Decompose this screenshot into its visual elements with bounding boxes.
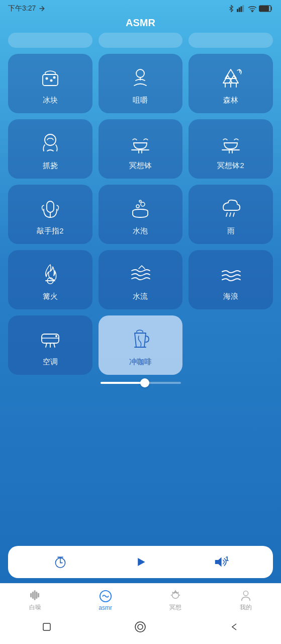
ice-label: 冰块 bbox=[43, 96, 58, 105]
nav-item-whitenoise[interactable]: 白噪 bbox=[0, 589, 70, 612]
partial-card-2 bbox=[99, 33, 183, 48]
status-icons bbox=[228, 5, 273, 13]
sound-card-bowl1[interactable]: 冥想钵 bbox=[99, 119, 183, 179]
grid-scroll[interactable]: 冰块 咀嚼 森林 抓挠 冥想钵 bbox=[0, 33, 281, 544]
svg-marker-15 bbox=[223, 75, 232, 83]
svg-rect-7 bbox=[259, 6, 268, 12]
svg-line-41 bbox=[46, 343, 47, 347]
svg-point-62 bbox=[243, 591, 248, 596]
sound-card-bowl2[interactable]: 冥想钵2 bbox=[189, 119, 273, 179]
whitenoise-icon bbox=[29, 589, 42, 602]
whitenoise-label: 白噪 bbox=[29, 603, 41, 612]
partial-card-1 bbox=[8, 33, 92, 48]
ac-label: 空调 bbox=[43, 357, 58, 367]
water-label: 水流 bbox=[133, 292, 148, 301]
ac-icon bbox=[37, 326, 64, 353]
nav-item-mine[interactable]: 我的 bbox=[211, 589, 281, 612]
scratch-label: 抓挠 bbox=[43, 161, 58, 171]
waves-icon bbox=[217, 261, 244, 288]
svg-rect-1 bbox=[237, 9, 238, 12]
sound-card-scratch[interactable]: 抓挠 bbox=[8, 119, 92, 179]
svg-rect-53 bbox=[34, 591, 35, 600]
partial-top-row bbox=[8, 33, 273, 48]
waves-label: 海浪 bbox=[223, 292, 238, 301]
chewing-icon bbox=[127, 64, 154, 92]
svg-line-35 bbox=[233, 213, 234, 216]
svg-point-12 bbox=[136, 69, 144, 77]
svg-line-34 bbox=[230, 213, 231, 216]
slider-track[interactable] bbox=[101, 382, 181, 384]
slider-fill bbox=[101, 382, 145, 384]
svg-point-30 bbox=[136, 205, 139, 208]
svg-marker-49 bbox=[138, 558, 145, 566]
partial-card-3 bbox=[189, 33, 273, 48]
svg-line-43 bbox=[54, 343, 55, 347]
tapping-icon bbox=[37, 195, 64, 222]
sound-card-waves[interactable]: 海浪 bbox=[189, 250, 273, 309]
meditation-icon bbox=[169, 589, 182, 602]
fire-icon bbox=[37, 261, 64, 288]
sound-card-forest[interactable]: 森林 bbox=[189, 54, 273, 113]
system-nav-bar bbox=[0, 615, 281, 644]
bottom-nav: 白噪 asmr 冥想 我的 bbox=[0, 583, 281, 615]
svg-line-60 bbox=[172, 592, 173, 593]
bowl1-icon bbox=[127, 130, 154, 157]
forest-icon bbox=[217, 64, 244, 92]
svg-line-33 bbox=[226, 213, 227, 216]
sound-card-bubble[interactable]: 水泡 bbox=[99, 185, 183, 244]
svg-point-65 bbox=[138, 624, 143, 629]
scratch-icon bbox=[37, 130, 64, 157]
svg-rect-51 bbox=[31, 593, 32, 597]
ice-icon bbox=[37, 64, 64, 92]
forest-label: 森林 bbox=[223, 96, 238, 105]
asmr-icon bbox=[99, 590, 112, 603]
play-button[interactable] bbox=[132, 554, 148, 570]
water-icon bbox=[127, 261, 154, 288]
status-bar: 下午3:27 bbox=[0, 0, 281, 15]
svg-point-64 bbox=[135, 622, 145, 632]
timer-button[interactable] bbox=[52, 554, 68, 570]
svg-point-11 bbox=[53, 76, 55, 78]
bottom-row: 空调 冲咖啡 bbox=[8, 315, 273, 375]
sound-card-ac[interactable]: 空调 bbox=[8, 315, 92, 375]
bowl2-label: 冥想钵2 bbox=[217, 161, 244, 171]
slider-area[interactable] bbox=[8, 375, 273, 389]
tapping-label: 敲手指2 bbox=[37, 226, 63, 236]
sound-grid: 冰块 咀嚼 森林 抓挠 冥想钵 bbox=[8, 54, 273, 309]
sound-card-fire[interactable]: 篝火 bbox=[8, 250, 92, 309]
back-button[interactable] bbox=[227, 620, 241, 636]
sound-card-rain[interactable]: 雨 bbox=[189, 185, 273, 244]
svg-rect-29 bbox=[47, 201, 54, 212]
nav-item-asmr[interactable]: asmr bbox=[70, 590, 141, 611]
app-title: ASMR bbox=[0, 15, 281, 33]
svg-point-31 bbox=[141, 202, 145, 206]
svg-rect-55 bbox=[38, 593, 39, 597]
sound-card-water[interactable]: 水流 bbox=[99, 250, 183, 309]
svg-rect-63 bbox=[43, 623, 50, 630]
player-bar: 1 bbox=[8, 546, 273, 578]
meditation-label: 冥想 bbox=[169, 603, 181, 612]
svg-rect-3 bbox=[241, 7, 242, 12]
svg-rect-54 bbox=[36, 592, 37, 599]
svg-marker-16 bbox=[229, 75, 238, 83]
svg-line-61 bbox=[178, 592, 179, 593]
chewing-label: 咀嚼 bbox=[133, 96, 148, 105]
slider-thumb[interactable] bbox=[140, 378, 149, 387]
asmr-label: asmr bbox=[99, 604, 112, 611]
sound-card-chewing[interactable]: 咀嚼 bbox=[99, 54, 183, 113]
sound-card-coffee[interactable]: 冲咖啡 bbox=[99, 315, 183, 375]
svg-point-9 bbox=[45, 77, 48, 79]
bubble-label: 水泡 bbox=[133, 226, 148, 236]
svg-point-57 bbox=[172, 592, 179, 599]
svg-marker-50 bbox=[215, 557, 222, 567]
svg-point-40 bbox=[55, 335, 57, 337]
home-circle-button[interactable] bbox=[133, 620, 147, 636]
svg-point-10 bbox=[50, 79, 52, 82]
sound-card-tapping[interactable]: 敲手指2 bbox=[8, 185, 92, 244]
volume-button[interactable]: 1 bbox=[213, 554, 229, 570]
sound-card-ice[interactable]: 冰块 bbox=[8, 54, 92, 113]
svg-point-32 bbox=[139, 200, 141, 202]
svg-rect-52 bbox=[32, 592, 33, 599]
home-button[interactable] bbox=[40, 620, 54, 636]
nav-item-meditation[interactable]: 冥想 bbox=[141, 589, 211, 612]
